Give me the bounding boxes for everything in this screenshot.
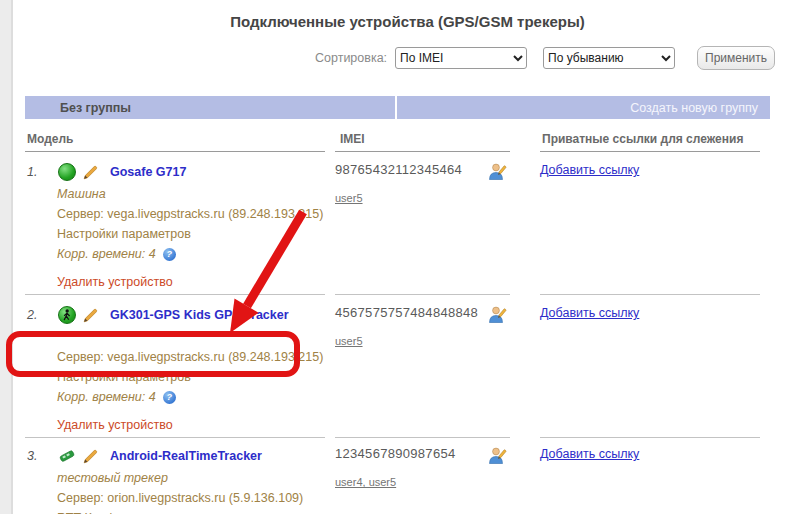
sort-order-select[interactable]: По убыванию bbox=[543, 47, 675, 69]
user-edit-icon[interactable] bbox=[487, 446, 507, 466]
device-configurator-link[interactable]: RTT-Конфигуратор bbox=[27, 508, 325, 514]
delete-device-link[interactable]: Удалить устройство bbox=[27, 415, 325, 435]
user-edit-icon[interactable] bbox=[487, 162, 507, 182]
row-number: 1. bbox=[27, 165, 47, 179]
device-description: тестовый трекер bbox=[27, 468, 325, 488]
device-description: Машина bbox=[27, 184, 325, 204]
row-number: 2. bbox=[27, 308, 47, 322]
info-icon[interactable]: ? bbox=[163, 391, 176, 404]
table-header-row: Модель IMEI Приватные ссылки для слежени… bbox=[25, 130, 800, 152]
device-settings-link[interactable]: Настройки параметров bbox=[27, 367, 325, 387]
pencil-icon[interactable] bbox=[82, 448, 99, 465]
page-title: Подключенные устройства (GPS/GSM трекеры… bbox=[15, 0, 800, 30]
column-header-imei: IMEI bbox=[335, 130, 510, 152]
pencil-icon[interactable] bbox=[82, 307, 99, 324]
device-name-link[interactable]: Android-RealTimeTracker bbox=[110, 449, 262, 463]
device-server-highlighted: Сервер: vega.livegpstracks.ru (89.248.19… bbox=[27, 347, 325, 367]
add-link-button[interactable]: Добавить ссылку bbox=[540, 306, 639, 320]
time-correction: Корр. времени: 4 ? bbox=[27, 387, 325, 407]
pencil-icon[interactable] bbox=[82, 164, 99, 181]
apply-button[interactable]: Применить bbox=[697, 46, 775, 70]
devices-table: Модель IMEI Приватные ссылки для слежени… bbox=[25, 130, 800, 514]
column-header-model: Модель bbox=[25, 130, 325, 152]
sort-field-select[interactable]: По IMEI bbox=[395, 47, 527, 69]
imei-value: 1234567890987654 bbox=[335, 446, 455, 461]
device-settings-link[interactable]: Настройки параметров bbox=[27, 224, 325, 244]
table-row: 1. Gosafe G717 Машина Сервер: vega.liveg… bbox=[25, 152, 800, 295]
green-sphere-status-icon bbox=[58, 163, 76, 181]
add-link-button[interactable]: Добавить ссылку bbox=[540, 163, 639, 177]
devices-page: Подключенные устройства (GPS/GSM трекеры… bbox=[15, 0, 800, 514]
add-link-button[interactable]: Добавить ссылку bbox=[540, 447, 639, 461]
device-name-link[interactable]: GK301-GPS Kids GPS Tracker bbox=[110, 308, 289, 322]
user-edit-icon[interactable] bbox=[487, 305, 507, 325]
assigned-users-link[interactable]: user5 bbox=[335, 335, 363, 347]
group-name: Без группы bbox=[25, 96, 395, 119]
time-correction: Корр. времени: 4 ? bbox=[27, 244, 325, 264]
imei-value: 4567575757484848848 bbox=[335, 305, 478, 320]
device-server: Сервер: vega.livegpstracks.ru (89.248.19… bbox=[27, 204, 325, 224]
assigned-users-link[interactable]: user4, user5 bbox=[335, 476, 396, 488]
assigned-users-link[interactable]: user5 bbox=[335, 192, 363, 204]
device-server: Сервер: orion.livegpstracks.ru (5.9.136.… bbox=[27, 488, 325, 508]
table-row: 2. GK301-GPS Kids GPS Tracker Сервер: ve… bbox=[25, 295, 800, 438]
sort-label: Сортировка: bbox=[315, 51, 387, 65]
row-number: 3. bbox=[27, 449, 47, 463]
walking-person-status-icon bbox=[58, 306, 76, 324]
create-group-button[interactable]: Создать новую группу bbox=[397, 96, 770, 119]
imei-value: 98765432112345464 bbox=[335, 162, 462, 177]
sort-toolbar: Сортировка: По IMEI По убыванию Применит… bbox=[15, 45, 800, 71]
group-header-bar: Без группы Создать новую группу bbox=[25, 96, 770, 119]
page-left-margin-strip bbox=[0, 0, 13, 514]
delete-device-link[interactable]: Удалить устройство bbox=[27, 272, 325, 292]
column-header-links: Приватные ссылки для слежения bbox=[540, 130, 760, 152]
info-icon[interactable]: ? bbox=[163, 248, 176, 261]
table-row: 3. Android-RealTimeTracker тестовый трек… bbox=[25, 438, 800, 514]
device-name-link[interactable]: Gosafe G717 bbox=[110, 165, 186, 179]
green-car-status-icon bbox=[58, 447, 76, 465]
device-description bbox=[27, 327, 325, 347]
